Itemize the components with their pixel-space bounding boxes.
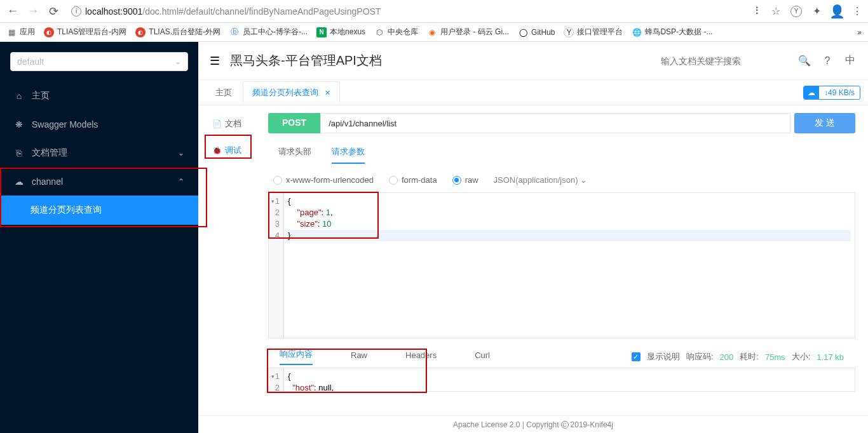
code-line: {: [288, 371, 851, 382]
side-tab-doc[interactable]: 📄 文档: [198, 110, 255, 137]
forward-button[interactable]: →: [25, 4, 41, 19]
chevron-down-icon: ⌄: [175, 57, 181, 66]
param-tabs: 请求头部 请求参数: [268, 142, 855, 168]
apps-bookmark[interactable]: ▦应用: [6, 27, 35, 37]
radio-formdata[interactable]: form-data: [389, 175, 437, 185]
api-panel: POST 发 送 请求头部 请求参数 x-www-form-urlencoded…: [255, 105, 868, 415]
tabs-bar: 主页 频道分页列表查询 ✕ ☁ ↓49 KB/s: [198, 80, 868, 105]
send-button[interactable]: 发 送: [794, 113, 855, 133]
language-toggle[interactable]: 中: [844, 54, 857, 67]
bookmark-item[interactable]: ⬡中央仓库: [374, 27, 418, 37]
sidebar-item-docs[interactable]: ⎘ 文档管理 ⌄: [0, 138, 198, 168]
search-input[interactable]: [661, 56, 788, 66]
radio-icon: [389, 176, 398, 185]
profile-icon[interactable]: 👤: [831, 6, 843, 17]
speed-badge: ☁ ↓49 KB/s: [803, 86, 860, 100]
menu-icon[interactable]: ⋮: [851, 6, 863, 17]
bookmark-item[interactable]: 🌐蜂鸟DSP-大数据 -...: [632, 27, 712, 37]
group-select[interactable]: default ⌄: [10, 52, 188, 71]
bookmark-icon: Y: [564, 27, 574, 37]
extension-icon[interactable]: Y: [790, 6, 802, 17]
http-method-badge: POST: [268, 113, 320, 133]
cloud-icon: ☁: [804, 86, 819, 99]
bookmarks-bar: ▦应用 ◐TLIAS管理后台-内网 ◐TLIAS.后台登陆-外网 ⓑ员工中心-博…: [0, 23, 868, 42]
tab-label: 主页: [215, 88, 232, 97]
show-desc-checkbox[interactable]: ✓: [632, 352, 641, 361]
resp-code-label: 响应码:: [686, 351, 714, 363]
radio-icon: [452, 176, 461, 185]
tab-response-headers[interactable]: Headers: [405, 350, 437, 364]
select-value: default: [17, 57, 44, 67]
content-type-select[interactable]: JSON(application/json)⌄: [494, 175, 587, 185]
response-body-viewer[interactable]: 1▾2 { "host": null,: [268, 368, 855, 392]
bookmark-star-icon[interactable]: ☆: [770, 6, 782, 17]
bookmark-item[interactable]: ◉用户登录 - 码云 Gi...: [427, 27, 509, 37]
page-title: 黑马头条-平台管理API文档: [230, 52, 651, 69]
site-info-icon: i: [71, 6, 81, 17]
bookmark-label: 应用: [20, 27, 35, 37]
sidebar-item-channel[interactable]: ☁ channel ⌃: [0, 168, 198, 196]
translate-icon[interactable]: ⠸: [750, 6, 761, 17]
back-button[interactable]: ←: [5, 4, 20, 19]
bookmark-label: 本地nexus: [330, 27, 365, 37]
search-icon[interactable]: 🔍: [798, 55, 811, 67]
bookmarks-overflow[interactable]: »: [857, 28, 862, 37]
sidebar-item-label: Swagger Models: [32, 119, 98, 130]
bookmark-item[interactable]: ◐TLIAS管理后台-内网: [44, 27, 126, 37]
bookmark-label: 接口管理平台: [577, 27, 623, 37]
bookmark-icon: ◐: [44, 27, 54, 37]
chevron-up-icon: ⌃: [178, 177, 184, 186]
collapse-sidebar-button[interactable]: ☰: [210, 54, 220, 68]
code-line: }: [288, 230, 851, 241]
bookmark-item[interactable]: ◐TLIAS.后台登陆-外网: [135, 27, 220, 37]
bookmark-label: TLIAS.后台登陆-外网: [149, 27, 220, 37]
tab-request-params[interactable]: 请求参数: [332, 146, 365, 164]
app-header: ☰ 黑马头条-平台管理API文档 🔍 ? 中: [198, 42, 868, 80]
address-bar[interactable]: i localhost:9001/doc.html#/default/chann…: [66, 6, 745, 17]
bookmark-item[interactable]: N本地nexus: [316, 27, 365, 37]
tab-channel-list[interactable]: 频道分页列表查询 ✕: [243, 81, 340, 104]
cloud-icon: ☁: [14, 177, 24, 187]
bookmark-icon: ⬡: [374, 27, 384, 37]
sidebar-item-swagger[interactable]: ❋ Swagger Models: [0, 110, 198, 138]
chevron-down-icon: ⌄: [178, 149, 184, 157]
sidebar-item-home[interactable]: ⌂ 主页: [0, 81, 198, 110]
bookmark-icon: ⓑ: [229, 27, 240, 37]
resp-size-value: 1.17 kb: [817, 352, 844, 362]
extensions-icon[interactable]: ✦: [811, 6, 822, 17]
line-gutter: 1▾2: [269, 368, 284, 391]
request-body-editor[interactable]: 1▾234 { "page": 1, "size": 10 }: [268, 192, 855, 338]
speed-value: 49 KB/s: [828, 88, 855, 97]
tab-response-content[interactable]: 响应内容: [280, 349, 313, 365]
side-tab-debug[interactable]: 🐞 调试: [198, 137, 255, 164]
code-body: { "host": null,: [284, 368, 855, 391]
footer-text: Apache License 2.0 | Copyright: [453, 420, 559, 429]
bug-icon: 🐞: [212, 146, 222, 155]
sidebar-subitem-channel-list[interactable]: 频道分页列表查询: [0, 196, 198, 225]
tab-response-raw[interactable]: Raw: [351, 350, 367, 364]
reload-button[interactable]: ⟳: [46, 4, 61, 19]
tab-home[interactable]: 主页: [206, 81, 241, 104]
home-icon: ⌂: [14, 91, 24, 101]
side-tab-label: 调试: [225, 145, 241, 156]
api-url-input[interactable]: [320, 113, 790, 133]
radio-urlencoded[interactable]: x-www-form-urlencoded: [273, 175, 374, 185]
chevron-down-icon: ⌄: [580, 175, 587, 185]
bookmark-item[interactable]: ◯GitHub: [518, 27, 555, 37]
body-type-row: x-www-form-urlencoded form-data raw JSON…: [268, 168, 855, 192]
code-line: "host": null,: [288, 382, 851, 392]
help-icon[interactable]: ?: [821, 55, 834, 67]
tab-response-curl[interactable]: Curl: [475, 350, 490, 364]
radio-raw[interactable]: raw: [452, 175, 478, 185]
bookmark-label: 蜂鸟DSP-大数据 -...: [645, 27, 712, 37]
chrome-actions: ⠸ ☆ Y ✦ 👤 ⋮: [750, 6, 863, 17]
tab-request-headers[interactable]: 请求头部: [278, 146, 311, 164]
code-body[interactable]: { "page": 1, "size": 10 }: [284, 193, 855, 338]
bookmark-item[interactable]: ⓑ员工中心-博学谷-...: [229, 27, 308, 37]
bookmark-label: 用户登录 - 码云 Gi...: [440, 27, 509, 37]
bookmark-icon: ◉: [427, 27, 437, 37]
bookmark-item[interactable]: Y接口管理平台: [564, 27, 623, 37]
close-tab-icon[interactable]: ✕: [325, 89, 330, 97]
radio-icon: [273, 176, 282, 185]
response-tabs: 响应内容 Raw Headers Curl ✓ 显示说明 响应码: 200 耗时…: [268, 345, 855, 365]
